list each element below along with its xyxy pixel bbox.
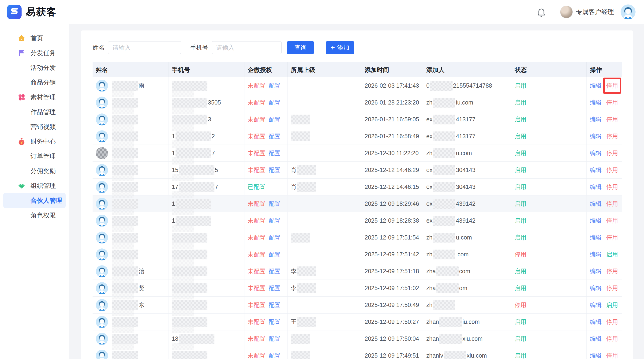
redacted-text: [112, 182, 138, 192]
edit-link[interactable]: 编辑: [590, 268, 602, 275]
sidebar-item-合伙人管理[interactable]: 合伙人管理: [3, 193, 66, 208]
edit-link[interactable]: 编辑: [590, 200, 602, 208]
disable-link[interactable]: 停用: [606, 335, 618, 342]
redacted-subtext: [112, 90, 134, 97]
sidebar-item-分发任务[interactable]: 分发任务: [3, 46, 66, 60]
disable-link[interactable]: 停用: [606, 284, 618, 292]
configure-link[interactable]: 配置: [268, 301, 280, 309]
notification-bell-icon[interactable]: [536, 7, 546, 17]
configure-link[interactable]: 配置: [268, 217, 280, 224]
disable-link[interactable]: 停用: [606, 200, 618, 208]
cell-added-by: zhacom: [423, 263, 511, 280]
redacted-subtext: [112, 275, 134, 282]
adder-visible-text: zhan: [426, 318, 439, 325]
sidebar-item-营销视频[interactable]: 营销视频: [3, 119, 66, 134]
edit-link[interactable]: 编辑: [590, 217, 602, 224]
filter-bar: 姓名 手机号 查询 + 添加: [81, 30, 633, 54]
enable-link[interactable]: 启用: [606, 250, 618, 258]
edit-link[interactable]: 编辑: [590, 82, 602, 90]
disable-link[interactable]: 停用: [606, 149, 618, 157]
edit-link[interactable]: 编辑: [590, 301, 602, 309]
configure-link[interactable]: 配置: [268, 268, 280, 275]
cell-operations: 编辑停用: [586, 212, 622, 229]
phone-filter-input[interactable]: [212, 41, 282, 54]
configure-link[interactable]: 配置: [268, 335, 280, 342]
configure-link[interactable]: 配置: [268, 200, 280, 208]
disable-link[interactable]: 停用: [606, 352, 618, 359]
configure-link[interactable]: 配置: [268, 284, 280, 292]
redacted-text: [444, 351, 466, 359]
sidebar-item-作品管理[interactable]: 作品管理: [3, 104, 66, 119]
disable-link[interactable]: 停用: [606, 99, 618, 106]
disable-link[interactable]: 停用: [606, 268, 618, 275]
edit-link[interactable]: 编辑: [590, 284, 602, 292]
disable-link[interactable]: 停用: [606, 234, 618, 241]
phone-visible-text: 17: [172, 184, 178, 190]
name-filter-input[interactable]: [108, 41, 181, 54]
redacted-subtext: [172, 90, 194, 97]
edit-link[interactable]: 编辑: [590, 183, 602, 191]
sidebar-item-label: 首页: [30, 34, 43, 42]
search-button[interactable]: 查询: [287, 41, 314, 54]
edit-link[interactable]: 编辑: [590, 99, 602, 106]
edit-link[interactable]: 编辑: [590, 234, 602, 241]
configure-link[interactable]: 配置: [268, 99, 280, 106]
edit-link[interactable]: 编辑: [590, 250, 602, 258]
redacted-text: [297, 266, 316, 276]
phone-visible-text: 3: [208, 116, 211, 123]
avatar: [96, 232, 108, 244]
configure-link[interactable]: 配置: [268, 116, 280, 123]
redacted-text: [433, 199, 455, 209]
sidebar-item-组织管理[interactable]: 组织管理: [3, 178, 66, 193]
edit-link[interactable]: 编辑: [590, 116, 602, 123]
edit-link[interactable]: 编辑: [590, 318, 602, 326]
redacted-subtext: [172, 191, 194, 198]
adder-visible-text: ex: [426, 116, 432, 123]
sidebar-item-商品分销[interactable]: 商品分销: [3, 75, 66, 90]
disable-link[interactable]: 停用: [606, 318, 618, 326]
disable-link[interactable]: 停用: [606, 132, 618, 140]
configure-link[interactable]: 配置: [268, 149, 280, 157]
top-bar: 易获客 专属客户经理: [0, 0, 644, 24]
disable-link[interactable]: 停用: [606, 116, 618, 123]
configure-link[interactable]: 配置: [268, 234, 280, 241]
sidebar-item-角色权限[interactable]: 角色权限: [3, 208, 66, 222]
redacted-text: [179, 334, 214, 344]
edit-link[interactable]: 编辑: [590, 132, 602, 140]
edit-link[interactable]: 编辑: [590, 149, 602, 157]
adder-visible-text: 0: [426, 82, 430, 89]
redacted-text: [179, 182, 214, 192]
disable-link[interactable]: 停用: [606, 166, 618, 174]
configure-link[interactable]: 配置: [268, 352, 280, 359]
edit-link[interactable]: 编辑: [590, 335, 602, 342]
disable-link[interactable]: 停用: [606, 217, 618, 224]
sidebar-item-财务中心[interactable]: ¥财务中心: [3, 134, 66, 149]
enable-link[interactable]: 启用: [606, 301, 618, 309]
status-badge: 启用: [515, 284, 526, 292]
cell-operations: 编辑停用: [586, 178, 622, 195]
cell-added-by: zhanlvxiu.com: [423, 347, 511, 359]
sidebar-item-分佣奖励[interactable]: 分佣奖励: [3, 164, 66, 178]
configure-link[interactable]: 配置: [268, 318, 280, 326]
configure-link[interactable]: 配置: [268, 166, 280, 174]
redacted-subtext: [112, 140, 134, 148]
configure-link[interactable]: 配置: [268, 132, 280, 140]
redacted-text: [112, 283, 138, 293]
sidebar-item-订单管理[interactable]: 订单管理: [3, 149, 66, 164]
add-button[interactable]: + 添加: [326, 41, 354, 54]
disable-link[interactable]: 停用: [606, 82, 618, 89]
sidebar-item-素材管理[interactable]: 素材管理: [3, 90, 66, 104]
sidebar-item-活动分发[interactable]: 活动分发: [3, 60, 66, 75]
configure-link[interactable]: 配置: [268, 82, 280, 90]
avatar: [96, 265, 108, 278]
wework-status: 未配置: [248, 132, 265, 140]
cell-added-time: 2026-01-21 16:58:49: [361, 128, 423, 144]
edit-link[interactable]: 编辑: [590, 166, 602, 174]
redacted-subtext: [172, 140, 194, 148]
configure-link[interactable]: 配置: [268, 250, 280, 258]
edit-link[interactable]: 编辑: [590, 352, 602, 359]
disable-link[interactable]: 停用: [606, 183, 618, 191]
redacted-text: [112, 132, 138, 141]
sidebar-item-首页[interactable]: 首页: [3, 31, 66, 46]
user-avatar[interactable]: [620, 4, 636, 20]
